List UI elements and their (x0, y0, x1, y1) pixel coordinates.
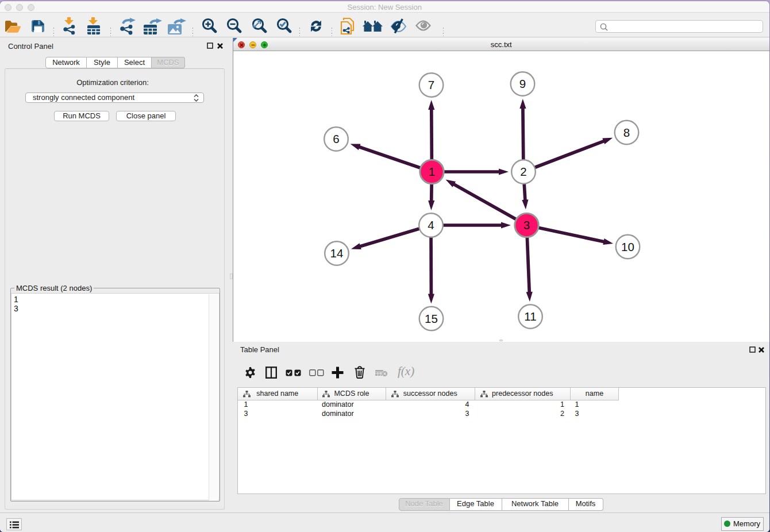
svg-text:1: 1 (429, 165, 435, 178)
svg-text:3: 3 (523, 218, 530, 232)
svg-text:11: 11 (524, 310, 536, 323)
svg-text:14: 14 (330, 246, 344, 260)
svg-text:8: 8 (623, 126, 630, 139)
svg-text:6: 6 (333, 132, 339, 145)
svg-text:15: 15 (425, 312, 438, 325)
svg-text:10: 10 (621, 240, 634, 253)
svg-text:7: 7 (428, 78, 434, 91)
svg-text:9: 9 (519, 77, 526, 90)
svg-text:4: 4 (428, 218, 434, 232)
svg-text:2: 2 (520, 165, 526, 178)
